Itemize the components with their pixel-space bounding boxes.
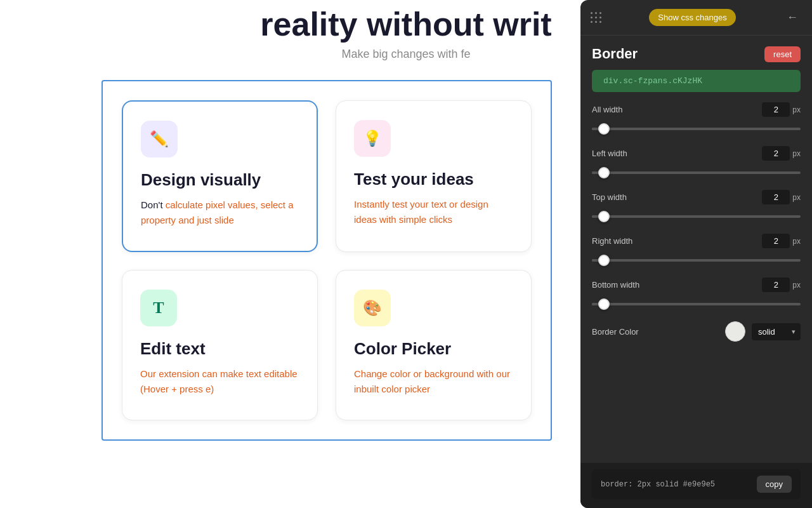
bottom-width-label: Bottom width xyxy=(592,280,639,290)
card-desc-test: Instantly test your text or design ideas… xyxy=(354,197,513,227)
card-icon-test: 💡 xyxy=(354,120,391,157)
border-color-label: Border Color xyxy=(592,327,639,337)
right-width-track xyxy=(592,259,801,262)
card-edit-text: T Edit text Our extension can make text … xyxy=(122,270,318,420)
top-width-slider[interactable] xyxy=(592,210,801,224)
bulb-icon: 💡 xyxy=(363,130,382,147)
left-width-label: Left width xyxy=(592,149,627,158)
desc-text-edit: Our extension can make text editable (Ho… xyxy=(140,368,298,394)
left-width-unit: px xyxy=(792,149,801,158)
card-desc-color: Change color or background with our inbu… xyxy=(354,366,513,397)
border-panel: Show css changes ← Border reset div.sc-f… xyxy=(580,0,812,508)
border-style-wrapper: solid dashed dotted double none xyxy=(752,323,801,340)
bottom-width-input-group: px xyxy=(762,277,801,292)
panel-header: Border reset xyxy=(580,36,812,70)
css-preview-text: border: 2px solid #e9e9e5 xyxy=(601,480,715,489)
all-width-slider[interactable] xyxy=(592,122,801,136)
bottom-width-slider[interactable] xyxy=(592,297,801,311)
reset-button[interactable]: reset xyxy=(764,46,801,62)
panel-title: Border xyxy=(592,46,638,62)
card-title-edit: Edit text xyxy=(140,339,299,359)
top-width-label: Top width xyxy=(592,192,627,202)
copy-button[interactable]: copy xyxy=(757,476,792,493)
border-color-swatch[interactable] xyxy=(725,321,745,342)
right-width-input[interactable] xyxy=(762,234,790,248)
top-width-track xyxy=(592,215,801,218)
all-width-row: All width px xyxy=(592,102,801,117)
top-width-thumb[interactable] xyxy=(598,211,610,222)
right-width-row: Right width px xyxy=(592,234,801,248)
top-width-row: Top width px xyxy=(592,190,801,204)
right-width-input-group: px xyxy=(762,234,801,248)
bottom-width-unit: px xyxy=(792,281,801,290)
border-style-select[interactable]: solid dashed dotted double none xyxy=(752,323,801,340)
right-width-thumb[interactable] xyxy=(598,255,610,266)
bottom-width-thumb[interactable] xyxy=(598,298,610,310)
border-color-row: Border Color solid dashed dotted double … xyxy=(592,321,801,342)
all-width-track xyxy=(592,128,801,130)
left-width-input-group: px xyxy=(762,146,801,161)
left-width-input[interactable] xyxy=(762,146,790,161)
show-css-button[interactable]: Show css changes xyxy=(649,9,735,26)
left-width-track xyxy=(592,171,801,174)
all-width-input[interactable] xyxy=(762,102,790,117)
bottom-width-input[interactable] xyxy=(762,277,790,292)
card-title-design: Design visually xyxy=(141,170,299,190)
right-width-label: Right width xyxy=(592,236,632,246)
card-icon-edit: T xyxy=(140,290,177,326)
bottom-width-track xyxy=(592,303,801,305)
card-test-ideas: 💡 Test your ideas Instantly test your te… xyxy=(336,100,532,252)
left-width-thumb[interactable] xyxy=(598,167,610,178)
cards-grid: ✏️ Design visually Don't calculate pixel… xyxy=(122,100,532,420)
top-width-input[interactable] xyxy=(762,190,790,204)
card-design-visually: ✏️ Design visually Don't calculate pixel… xyxy=(122,100,318,252)
back-button[interactable]: ← xyxy=(783,10,802,25)
css-preview-row: border: 2px solid #e9e9e5 copy xyxy=(592,469,801,499)
card-title-test: Test your ideas xyxy=(354,170,513,189)
palette-icon: 🎨 xyxy=(363,299,382,317)
top-width-unit: px xyxy=(792,193,801,202)
card-icon-color: 🎨 xyxy=(354,290,391,326)
bottom-width-row: Bottom width px xyxy=(592,277,801,292)
desc-text-test: Instantly test your text or design ideas… xyxy=(354,199,488,225)
desc-text-color: Change color or background with our inbu… xyxy=(354,368,510,394)
right-width-unit: px xyxy=(792,237,801,246)
panel-body: All width px Left width px xyxy=(580,102,812,463)
desc-text-dark: Don't xyxy=(141,199,166,210)
left-width-row: Left width px xyxy=(592,146,801,161)
card-icon-design: ✏️ xyxy=(141,121,178,157)
drag-handle[interactable] xyxy=(591,12,602,23)
card-desc-edit: Our extension can make text editable (Ho… xyxy=(140,366,299,397)
all-width-unit: px xyxy=(792,105,801,114)
all-width-label: All width xyxy=(592,105,622,114)
panel-topbar: Show css changes ← xyxy=(580,0,812,36)
all-width-input-group: px xyxy=(762,102,801,117)
card-title-color: Color Picker xyxy=(354,339,513,359)
text-t-icon: T xyxy=(153,298,164,318)
left-width-slider[interactable] xyxy=(592,166,801,180)
right-width-slider[interactable] xyxy=(592,253,801,267)
selector-bar: div.sc-fzpans.cKJzHK xyxy=(592,70,801,92)
card-desc-design: Don't calculate pixel values, select a p… xyxy=(141,197,299,228)
border-color-controls: solid dashed dotted double none xyxy=(725,321,801,342)
panel-footer: border: 2px solid #e9e9e5 copy xyxy=(580,463,812,508)
card-color-picker: 🎨 Color Picker Change color or backgroun… xyxy=(336,270,532,420)
all-width-thumb[interactable] xyxy=(598,123,610,135)
pencil-icon: ✏️ xyxy=(150,130,169,148)
top-width-input-group: px xyxy=(762,190,801,204)
